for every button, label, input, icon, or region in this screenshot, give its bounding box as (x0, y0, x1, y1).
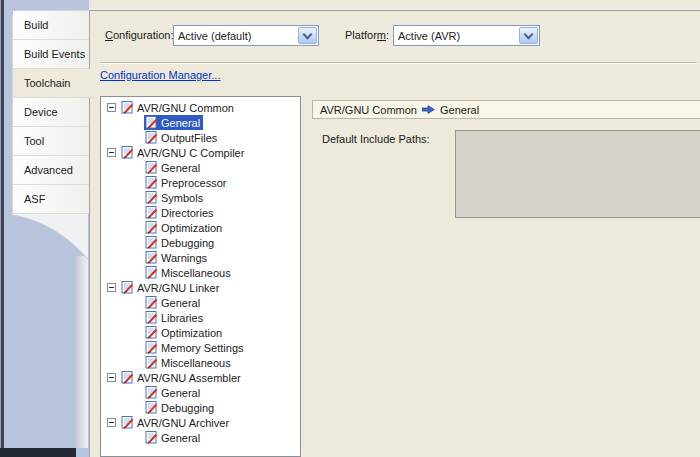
tree-item-selection: Miscellaneous (144, 265, 234, 280)
configuration-manager-link[interactable]: Configuration Manager... (100, 69, 220, 81)
tree-item-selection: AVR/GNU Archiver (120, 415, 232, 430)
collapse-minus-icon[interactable] (107, 148, 116, 157)
collapse-minus-icon[interactable] (107, 373, 116, 382)
property-page-icon (145, 266, 158, 279)
tree-item-label: OutputFiles (158, 132, 217, 144)
sidebar-tab[interactable]: Device (13, 98, 89, 127)
tree-item-label: AVR/GNU Archiver (134, 417, 229, 429)
properties-tab-strip: Build Build Events Toolchain Device Tool… (12, 10, 89, 214)
tree-item-label: General (158, 432, 200, 444)
chevron-down-icon (524, 29, 534, 39)
sidebar-tab[interactable]: Toolchain (13, 69, 93, 98)
tree-item[interactable]: Optimization (101, 220, 300, 235)
sidebar-tab[interactable]: ASF (13, 185, 89, 214)
configuration-value: Active (default) (174, 30, 297, 42)
property-page-icon (145, 206, 158, 219)
toolbar-separator (100, 62, 697, 64)
collapse-minus-icon[interactable] (107, 283, 116, 292)
tree-item-label: Preprocessor (158, 177, 226, 189)
tree-item-label: Warnings (158, 252, 207, 264)
property-page-icon (145, 311, 158, 324)
tree-item[interactable]: OutputFiles (101, 130, 300, 145)
tree-item-selection: AVR/GNU C Compiler (120, 145, 247, 160)
tree-item-selection: General (144, 160, 203, 175)
tree-item[interactable]: Directories (101, 205, 300, 220)
tree-item[interactable]: AVR/GNU Assembler (101, 370, 300, 385)
platform-value: Active (AVR) (394, 30, 518, 42)
tree-item-label: Libraries (158, 312, 203, 324)
tree-item-selection: Debugging (144, 400, 217, 415)
sidebar-tab[interactable]: Tool (13, 127, 89, 156)
sidebar-tab[interactable]: Build (13, 11, 89, 40)
dropdown-arrow-button[interactable] (298, 27, 317, 44)
tree-item[interactable]: AVR/GNU C Compiler (101, 145, 300, 160)
tree-item[interactable]: Debugging (101, 235, 300, 250)
dropdown-arrow-button[interactable] (519, 27, 538, 44)
tab-strip-curve (12, 213, 88, 261)
tree-item[interactable]: Optimization (101, 325, 300, 340)
tree-item[interactable]: AVR/GNU Linker (101, 280, 300, 295)
tree-item-label: General (158, 117, 200, 129)
tree-item-label: AVR/GNU Common (134, 102, 234, 114)
tree-item-selection: Libraries (144, 310, 206, 325)
configuration-label: Configuration: (105, 25, 174, 46)
tree-item[interactable]: Symbols (101, 190, 300, 205)
tree-item-label: AVR/GNU C Compiler (134, 147, 244, 159)
tree-item-selection: Memory Settings (144, 340, 247, 355)
tree-item-selection: AVR/GNU Assembler (120, 370, 244, 385)
property-page-icon (145, 221, 158, 234)
tree-item-selection: AVR/GNU Common (120, 100, 237, 115)
window-left-edge-dark (1, 0, 4, 457)
platform-label: Platform: (345, 25, 389, 46)
property-page-icon (145, 341, 158, 354)
tree-item[interactable]: General (101, 295, 300, 310)
tree-item-label: AVR/GNU Linker (134, 282, 219, 294)
tree-item[interactable]: AVR/GNU Common (101, 100, 300, 115)
collapse-minus-icon[interactable] (107, 103, 116, 112)
property-page-icon (121, 281, 134, 294)
tree-item-selection: Optimization (144, 325, 225, 340)
platform-combobox[interactable]: Active (AVR) (393, 25, 540, 46)
tree-item[interactable]: Preprocessor (101, 175, 300, 190)
tree-item-selection: AVR/GNU Linker (120, 280, 222, 295)
tree-item[interactable]: Debugging (101, 400, 300, 415)
property-page-icon (145, 251, 158, 264)
sidebar-tab[interactable]: Advanced (13, 156, 89, 185)
tree-item[interactable]: Libraries (101, 310, 300, 325)
tree-item[interactable]: Warnings (101, 250, 300, 265)
tree-item-label: General (158, 162, 200, 174)
collapse-minus-icon[interactable] (107, 418, 116, 427)
tree-item-label: Directories (158, 207, 214, 219)
tab-label: Build Events (24, 48, 85, 60)
tree-item[interactable]: General (101, 385, 300, 400)
property-page-icon (121, 416, 134, 429)
bottom-left-dark-strip (0, 448, 76, 457)
breadcrumb-category: AVR/GNU Common (320, 104, 417, 116)
tree-item[interactable]: General (101, 160, 300, 175)
tree-item[interactable]: General (101, 115, 300, 130)
toolchain-properties-page: Build Build Events Toolchain Device Tool… (0, 0, 700, 457)
tree-item-selection: General (144, 385, 203, 400)
property-page-icon (121, 371, 134, 384)
tree-item-selection: Debugging (144, 235, 217, 250)
sidebar-tab[interactable]: Build Events (13, 40, 89, 69)
tree-item[interactable]: Miscellaneous (101, 265, 300, 280)
tab-label: Advanced (24, 164, 73, 176)
breadcrumb-arrow-icon (422, 105, 435, 114)
tree-item[interactable]: Memory Settings (101, 340, 300, 355)
tree-item[interactable]: AVR/GNU Archiver (101, 415, 300, 430)
tree-item[interactable]: Miscellaneous (101, 355, 300, 370)
tree-item-selection: Symbols (144, 190, 206, 205)
tree-item-label: Miscellaneous (158, 357, 231, 369)
default-include-paths-label: Default Include Paths: (322, 133, 430, 145)
tab-label: ASF (24, 193, 45, 205)
property-page-icon (121, 146, 134, 159)
configuration-combobox[interactable]: Active (default) (173, 25, 319, 46)
tab-strip-fade (76, 256, 88, 448)
tree-item[interactable]: General (101, 430, 300, 445)
tree-item-label: Miscellaneous (158, 267, 231, 279)
toolchain-settings-tree[interactable]: AVR/GNU Common General (100, 96, 301, 457)
tree-item-label: AVR/GNU Assembler (134, 372, 241, 384)
tree-item-selection: Preprocessor (144, 175, 229, 190)
property-page-icon (145, 131, 158, 144)
